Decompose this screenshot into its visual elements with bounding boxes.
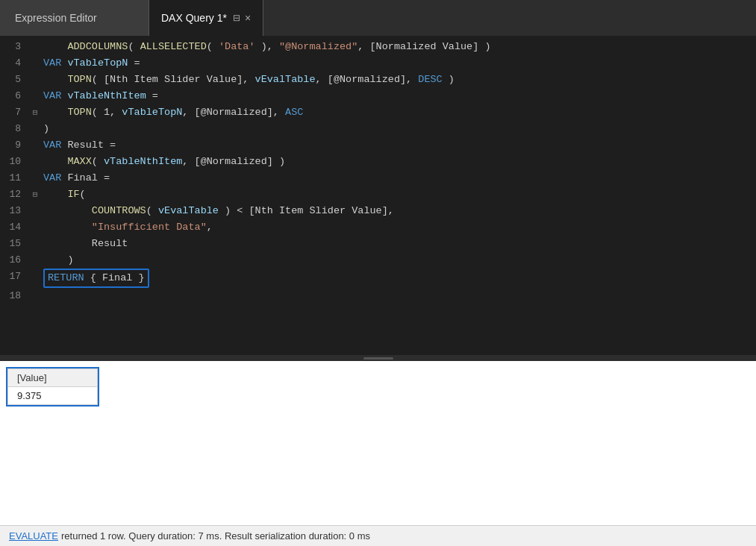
line-number: 5	[0, 72, 30, 88]
line-content: VAR vTableNthItem =	[40, 88, 756, 104]
results-table-header-row: [Value]	[8, 369, 98, 387]
status-message: returned 1 row. Query duration: 7 ms. Re…	[61, 530, 370, 542]
table-row: 17RETURN { Final }	[0, 269, 756, 288]
splitter[interactable]	[0, 355, 756, 361]
line-number: 3	[0, 39, 30, 55]
line-content: ADDCOLUMNS( ALLSELECTED( 'Data' ), "@Nor…	[40, 39, 756, 55]
table-row: 10 MAXX( vTableNthItem, [@Normalized] )	[0, 154, 756, 170]
pin-icon: ⊟	[233, 13, 240, 23]
table-row: 13 COUNTROWS( vEvalTable ) < [Nth Item S…	[0, 203, 756, 219]
table-row: 18	[0, 288, 756, 304]
table-row: 12⊟ IF(	[0, 186, 756, 203]
tab-dax-query-label: DAX Query 1*	[161, 12, 227, 24]
table-row: 11VAR Final =	[0, 170, 756, 186]
line-number: 16	[0, 252, 30, 269]
results-data-row: 9.375	[8, 387, 98, 405]
line-number: 4	[0, 55, 30, 72]
line-content: Result	[40, 236, 756, 252]
splitter-handle	[363, 357, 393, 360]
table-row: 5 TOPN( [Nth Item Slider Value], vEvalTa…	[0, 72, 756, 88]
line-content: IF(	[40, 186, 756, 203]
table-row: 15 Result	[0, 236, 756, 252]
results-table: [Value] 9.375	[7, 368, 98, 405]
line-content: "Insufficient Data",	[40, 219, 756, 236]
results-column-header: [Value]	[8, 369, 98, 387]
table-row: 3 ADDCOLUMNS( ALLSELECTED( 'Data' ), "@N…	[0, 39, 756, 55]
line-content: VAR Result =	[40, 137, 756, 154]
table-row: 9VAR Result =	[0, 137, 756, 154]
code-editor[interactable]: 3 ADDCOLUMNS( ALLSELECTED( 'Data' ), "@N…	[0, 36, 756, 355]
tab-expression-editor-label: Expression Editor	[15, 12, 97, 24]
line-content: VAR Final =	[40, 170, 756, 186]
line-fold-icon[interactable]: ⊟	[30, 186, 40, 203]
results-area: [Value] 9.375	[0, 361, 756, 525]
tab-dax-query-icons: ⊟ ×	[233, 12, 251, 24]
line-number: 18	[0, 288, 30, 304]
results-table-container[interactable]: [Value] 9.375	[0, 361, 756, 525]
line-number: 12	[0, 186, 30, 203]
tab-expression-editor[interactable]: Expression Editor	[0, 0, 149, 36]
line-number: 11	[0, 170, 30, 186]
line-content: )	[40, 252, 756, 269]
line-number: 15	[0, 236, 30, 252]
line-content: MAXX( vTableNthItem, [@Normalized] )	[40, 154, 756, 170]
table-row: 14 "Insufficient Data",	[0, 219, 756, 236]
line-fold-icon[interactable]: ⊟	[30, 104, 40, 121]
table-row: 4VAR vTableTopN =	[0, 55, 756, 72]
line-content: TOPN( 1, vTableTopN, [@Normalized], ASC	[40, 104, 756, 121]
close-icon[interactable]: ×	[245, 12, 251, 24]
main-content: 3 ADDCOLUMNS( ALLSELECTED( 'Data' ), "@N…	[0, 36, 756, 546]
tab-dax-query[interactable]: DAX Query 1* ⊟ ×	[149, 0, 263, 36]
code-lines-container[interactable]: 3 ADDCOLUMNS( ALLSELECTED( 'Data' ), "@N…	[0, 36, 756, 355]
table-row: 7⊟ TOPN( 1, vTableTopN, [@Normalized], A…	[0, 104, 756, 121]
line-number: 10	[0, 154, 30, 170]
tab-bar: Expression Editor DAX Query 1* ⊟ ×	[0, 0, 756, 36]
line-content: RETURN { Final }	[40, 269, 756, 288]
line-number: 8	[0, 121, 30, 137]
results-table-body: 9.375	[8, 387, 98, 405]
evaluate-link[interactable]: EVALUATE	[9, 530, 58, 542]
line-content: COUNTROWS( vEvalTable ) < [Nth Item Slid…	[40, 203, 756, 219]
line-number: 7	[0, 104, 30, 121]
table-row: 16 )	[0, 252, 756, 269]
line-content: VAR vTableTopN =	[40, 55, 756, 72]
line-number: 14	[0, 219, 30, 236]
table-row: 6VAR vTableNthItem =	[0, 88, 756, 104]
line-number: 13	[0, 203, 30, 219]
line-number: 17	[0, 269, 30, 285]
line-content: )	[40, 121, 756, 137]
line-number: 9	[0, 137, 30, 154]
table-row: 8)	[0, 121, 756, 137]
line-number: 6	[0, 88, 30, 104]
status-bar: EVALUATE returned 1 row. Query duration:…	[0, 525, 756, 546]
results-table-wrapper: [Value] 9.375	[6, 367, 99, 407]
results-data-cell: 9.375	[8, 387, 98, 405]
line-content: TOPN( [Nth Item Slider Value], vEvalTabl…	[40, 72, 756, 88]
